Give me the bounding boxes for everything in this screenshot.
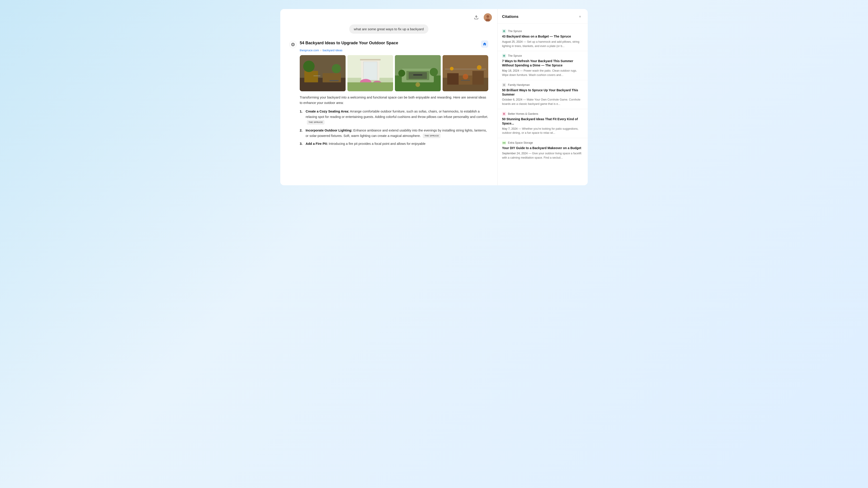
svg-point-25	[398, 70, 405, 76]
spruce-icon-2	[503, 55, 505, 57]
svg-rect-22	[402, 69, 434, 83]
breadcrumb-current: backyard ideas	[322, 48, 342, 52]
citation-source-row-1: The Spruce	[502, 29, 583, 33]
backyard-image-3	[395, 55, 441, 91]
citation-source-row-2: The Spruce	[502, 54, 583, 58]
source-favicon-2	[502, 54, 506, 58]
svg-point-9	[303, 61, 315, 72]
svg-rect-27	[413, 74, 423, 75]
svg-rect-33	[458, 75, 472, 85]
list-content-3: Add a Fire Pit: Introducing a fire pit p…	[306, 141, 488, 147]
citation-snippet-4: May 7, 2024 — Whether you're looking for…	[502, 127, 583, 135]
backyard-image-4	[442, 55, 489, 91]
chat-area: what are some great ways to fix up a bac…	[280, 9, 497, 185]
avatar-image	[484, 13, 492, 22]
list-content-2: Incorporate Outdoor Lighting: Enhance am…	[306, 128, 488, 139]
citation-sep-1: —	[524, 40, 527, 43]
list-title-1: Create a Cozy Seating Area:	[306, 109, 349, 113]
result-list: 1. Create a Cozy Seating Area: Arrange c…	[300, 109, 488, 147]
citations-title: Citations	[502, 14, 519, 19]
list-title-3: Add a Fire Pit:	[306, 142, 328, 145]
citation-source-3: Family Handyman	[508, 84, 530, 87]
citation-date-1: August 25, 2024	[502, 40, 523, 43]
source-home-button[interactable]	[481, 40, 488, 48]
svg-rect-30	[442, 78, 489, 91]
result-title-row: 54 Backyard Ideas to Upgrade Your Outdoo…	[300, 40, 488, 48]
svg-rect-35	[445, 69, 486, 70]
citation-badge-2[interactable]: THE SPRUCE	[423, 134, 440, 138]
citation-item-4[interactable]: B Better Homes & Gardens 50 Stunning Bac…	[498, 109, 588, 138]
svg-rect-19	[347, 83, 393, 92]
chat-header	[280, 9, 497, 24]
svg-rect-29	[442, 55, 489, 91]
image-1-svg	[300, 55, 346, 91]
svg-rect-32	[472, 71, 484, 85]
avatar[interactable]	[484, 13, 492, 22]
user-message-wrapper: what are some great ways to fix up a bac…	[289, 24, 488, 34]
list-num-1: 1.	[300, 109, 304, 125]
citation-item-1[interactable]: The Spruce 43 Backyard Ideas on a Budget…	[498, 26, 588, 51]
citation-snippet-3: October 6, 2024 — Make Your Own Cornhole…	[502, 98, 583, 106]
citation-title-2: 7 Ways to Refresh Your Backyard This Sum…	[502, 59, 583, 68]
svg-point-8	[332, 64, 341, 73]
upload-button[interactable]	[472, 13, 480, 22]
citation-item-5[interactable]: ESS Extra Space Storage Your DIY Guide t…	[498, 138, 588, 162]
chat-messages: what are some great ways to fix up a bac…	[280, 24, 497, 151]
home-icon	[483, 42, 487, 46]
citation-date-3: October 6, 2024	[502, 98, 522, 101]
ess-letter: ESS	[503, 142, 506, 144]
svg-point-26	[430, 68, 438, 76]
svg-rect-14	[361, 59, 379, 80]
citation-source-row-3: Family Handyman	[502, 83, 583, 87]
fh-icon	[503, 84, 505, 86]
citation-snippet-5: September 24, 2024 — Give your outdoor l…	[502, 151, 583, 160]
app-container: what are some great ways to fix up a bac…	[280, 9, 588, 185]
citation-source-4: Better Homes & Gardens	[508, 112, 538, 116]
citation-source-5: Extra Space Storage	[508, 141, 533, 144]
svg-rect-16	[363, 62, 377, 80]
citation-source-row-4: B Better Homes & Gardens	[502, 112, 583, 116]
close-citations-button[interactable]: ×	[577, 13, 583, 20]
citation-snippet-2: May 18, 2024 — Power wash the patio. Cle…	[502, 69, 583, 77]
svg-rect-4	[300, 55, 346, 91]
source-favicon-1	[502, 29, 506, 33]
svg-rect-10	[330, 80, 339, 81]
citation-sep-5: —	[528, 152, 532, 155]
svg-rect-24	[409, 72, 427, 79]
svg-rect-15	[360, 59, 380, 60]
ai-logo-icon	[289, 41, 297, 48]
svg-rect-6	[304, 71, 318, 83]
svg-point-28	[415, 83, 420, 87]
bhg-letter: B	[503, 112, 505, 115]
citation-title-1: 43 Backyard Ideas on a Budget — The Spru…	[502, 34, 583, 39]
images-row	[300, 55, 488, 91]
citations-header: Citations ×	[498, 9, 588, 24]
svg-rect-20	[395, 55, 441, 91]
list-title-2: Incorporate Outdoor Lighting:	[306, 129, 352, 132]
ai-response: 54 Backyard Ideas to Upgrade Your Outdoo…	[289, 40, 488, 147]
result-intro: Transforming your backyard into a welcom…	[300, 95, 488, 106]
backyard-image-2	[347, 55, 393, 91]
citation-badge-1[interactable]: THE SPRUCE	[307, 120, 324, 125]
list-content-1: Create a Cozy Seating Area: Arrange comf…	[306, 109, 488, 125]
svg-rect-5	[300, 78, 346, 91]
user-message-text: what are some great ways to fix up a bac…	[354, 27, 424, 31]
svg-rect-38	[461, 80, 470, 80]
spruce-icon-1	[503, 30, 505, 33]
citation-item-3[interactable]: Family Handyman 50 Brilliant Ways to Spr…	[498, 80, 588, 109]
citation-item-2[interactable]: The Spruce 7 Ways to Refresh Your Backya…	[498, 51, 588, 80]
list-item-1: 1. Create a Cozy Seating Area: Arrange c…	[300, 109, 488, 125]
source-favicon-3	[502, 83, 506, 87]
svg-rect-13	[347, 55, 393, 78]
citation-sep-2: —	[520, 69, 524, 72]
breadcrumb-site[interactable]: thespruce.com	[300, 48, 319, 52]
backyard-image-1	[300, 55, 346, 91]
citation-sep-3: —	[523, 98, 527, 101]
image-4-svg	[442, 55, 489, 91]
citations-list: The Spruce 43 Backyard Ideas on a Budget…	[498, 24, 588, 185]
citation-title-5: Your DIY Guide to a Backyard Makeover on…	[502, 146, 583, 150]
citation-date-2: May 18, 2024	[502, 69, 519, 72]
upload-icon	[474, 15, 478, 20]
list-item-2: 2. Incorporate Outdoor Lighting: Enhance…	[300, 128, 488, 139]
image-3-svg	[395, 55, 441, 91]
